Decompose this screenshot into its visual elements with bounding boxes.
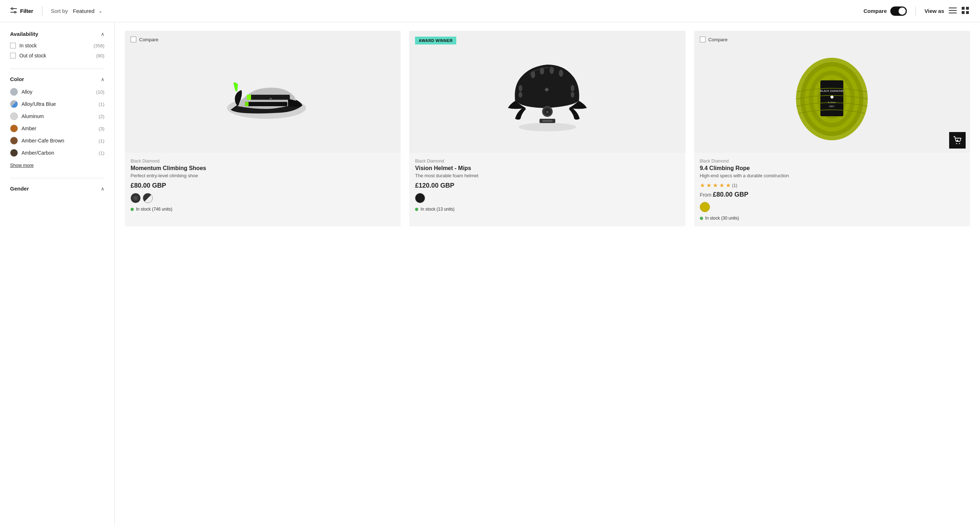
svg-point-25 (571, 92, 574, 97)
amber-carbon-label: Amber/Carbon (22, 150, 95, 156)
compare-label: Compare (864, 8, 887, 14)
color-amber-carbon[interactable]: Amber/Carbon (1) (10, 149, 104, 157)
rope-brand: Black Diamond (700, 159, 964, 164)
gender-header[interactable]: Gender (10, 185, 104, 191)
rope-price: From £80.00 GBP (700, 191, 964, 198)
svg-point-44 (956, 143, 957, 144)
alloy-swatch (10, 88, 18, 96)
helmet-stock-dot (415, 208, 418, 211)
momentum-name[interactable]: Momentum Climbing Shoes (130, 165, 395, 172)
rope-stock: In stock (30 units) (700, 216, 964, 221)
rope-swatch-1[interactable] (700, 202, 710, 212)
svg-text:⊕: ⊕ (546, 110, 549, 114)
product-card-vision-helmet: Compare AWARD WINNER (409, 31, 685, 226)
momentum-compare-label: Compare (139, 37, 158, 42)
in-stock-checkbox[interactable] (10, 43, 16, 48)
filter-option-out-of-stock[interactable]: Out of stock (90) (10, 53, 104, 59)
rope-cart-button[interactable] (949, 132, 966, 148)
svg-text:BLACK DIAMOND: BLACK DIAMOND (820, 89, 844, 92)
color-header[interactable]: Color (10, 76, 104, 82)
momentum-compare-checkbox[interactable] (130, 37, 136, 42)
alloy-ultra-blue-swatch (10, 100, 18, 108)
award-winner-badge: AWARD WINNER (415, 37, 456, 45)
rope-swatches (700, 202, 964, 212)
amber-carbon-swatch (10, 149, 18, 157)
toolbar-divider-2 (915, 6, 916, 16)
momentum-swatch-1[interactable] (130, 193, 141, 203)
filter-section-color: Color Alloy (10) Alloy/Ultra Blue (1) Al… (10, 76, 104, 168)
color-chevron (101, 77, 104, 82)
svg-text:◆: ◆ (830, 94, 834, 99)
sort-by-value: Featured (73, 8, 94, 14)
momentum-shoe-image: ◆ (209, 53, 317, 131)
compare-toggle[interactable] (890, 6, 907, 16)
rope-image-area: Compare BLACK DIAMOND (694, 31, 970, 153)
rope-compare-checkbox[interactable] (700, 37, 706, 42)
filter-icon (10, 7, 17, 15)
momentum-stock-dot (130, 208, 134, 211)
availability-chevron (101, 31, 104, 37)
filter-option-in-stock[interactable]: In stock (358) (10, 43, 104, 48)
out-of-stock-checkbox[interactable] (10, 53, 16, 59)
svg-rect-7 (962, 7, 964, 10)
view-icons (948, 6, 970, 16)
grid-view-icon[interactable] (961, 6, 970, 16)
availability-title: Availability (10, 31, 38, 37)
availability-header[interactable]: Availability (10, 31, 104, 37)
show-more-colors[interactable]: Show more (10, 163, 34, 168)
momentum-image-area: Compare (125, 31, 401, 153)
aluminum-count: (2) (99, 114, 104, 119)
view-as-label: View as (924, 8, 944, 14)
svg-rect-13 (247, 95, 251, 100)
filter-button[interactable]: Filter (10, 7, 33, 15)
in-stock-label: In stock (19, 43, 90, 48)
helmet-swatch-1[interactable] (415, 193, 425, 203)
rope-price-prefix: From (700, 192, 713, 198)
color-alloy[interactable]: Alloy (10) (10, 88, 104, 96)
alloy-count: (10) (96, 89, 104, 95)
color-alloy-ultra-blue[interactable]: Alloy/Ultra Blue (1) (10, 100, 104, 108)
sort-by-dropdown[interactable]: Sort by Featured ⌄ (51, 8, 103, 14)
rope-review-count: (1) (732, 183, 738, 188)
product-card-momentum: Compare (125, 31, 401, 226)
svg-point-22 (519, 85, 522, 91)
gender-chevron (101, 186, 104, 191)
list-view-icon[interactable] (948, 6, 958, 16)
color-aluminum[interactable]: Aluminum (2) (10, 112, 104, 120)
filter-section-availability: Availability In stock (358) Out of stock… (10, 31, 104, 59)
amber-carbon-count: (1) (99, 150, 104, 156)
divider-2 (10, 178, 104, 179)
view-as-section: View as (924, 6, 970, 16)
color-amber[interactable]: Amber (3) (10, 124, 104, 132)
out-of-stock-count: (90) (96, 53, 104, 59)
star-3: ★ (713, 182, 718, 189)
alloy-label: Alloy (22, 89, 92, 95)
amber-count: (3) (99, 126, 104, 131)
momentum-swatch-2[interactable] (143, 193, 153, 203)
out-of-stock-label: Out of stock (19, 53, 92, 59)
helmet-name[interactable]: Vision Helmet - Mips (415, 165, 679, 172)
rope-compare-label: Compare (708, 37, 727, 42)
star-4: ★ (719, 182, 724, 189)
svg-point-3 (14, 11, 16, 13)
toggle-knob (899, 8, 906, 15)
rope-stock-dot (700, 217, 703, 220)
momentum-stock: In stock (746 units) (130, 207, 395, 212)
rope-name[interactable]: 9.4 Climbing Rope (700, 165, 964, 172)
rope-compare-row: Compare (700, 37, 727, 42)
svg-text:DRY: DRY (829, 105, 835, 108)
amber-cafe-brown-count: (1) (99, 138, 104, 143)
aluminum-swatch (10, 112, 18, 120)
color-amber-cafe-brown[interactable]: Amber-Cafe Brown (1) (10, 137, 104, 145)
star-5: ★ (725, 182, 731, 189)
svg-rect-10 (966, 11, 969, 14)
svg-rect-4 (949, 8, 957, 8)
svg-point-21 (559, 70, 563, 77)
amber-label: Amber (22, 126, 95, 131)
in-stock-count: (358) (94, 43, 104, 48)
compare-section: Compare (864, 6, 907, 16)
toolbar-right: Compare View as (864, 6, 970, 16)
filter-section-gender: Gender (10, 185, 104, 191)
color-title: Color (10, 76, 24, 82)
svg-rect-6 (949, 13, 957, 13)
